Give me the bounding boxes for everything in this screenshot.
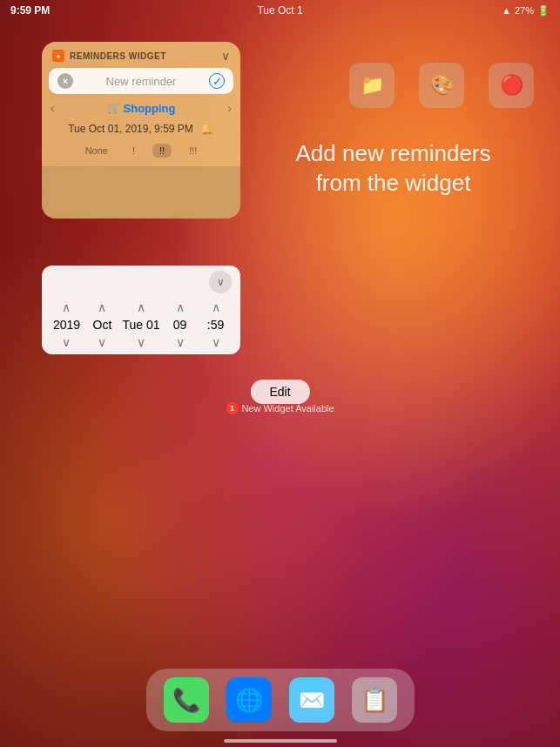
reminder-input[interactable]: New reminder bbox=[78, 75, 204, 88]
year-value: 2019 bbox=[51, 318, 82, 332]
cancel-icon: × bbox=[63, 76, 68, 86]
edit-button-container: Edit bbox=[250, 380, 309, 404]
notice-badge: 1 bbox=[226, 402, 238, 414]
dock-icon-mail[interactable]: ✉️ bbox=[289, 677, 334, 723]
alarm-icon[interactable]: 🔔 bbox=[200, 122, 214, 135]
checkmark-icon: ✓ bbox=[213, 75, 222, 88]
hour-picker-column: ∧ 09 ∨ bbox=[165, 299, 196, 351]
notice-text: New Widget Available bbox=[241, 403, 334, 414]
collapse-icon: ∨ bbox=[217, 276, 225, 288]
reminders-app-icon: ● bbox=[52, 50, 64, 62]
priority-high-button[interactable]: !!! bbox=[182, 144, 204, 158]
date-picker-panel: ∨ ∧ 2019 ∨ ∧ Oct ∨ ∧ Tue 01 ∨ ∧ 09 ∨ ∧ bbox=[42, 266, 240, 354]
status-time: 9:59 PM bbox=[10, 4, 50, 17]
main-content-area: Add new reminders from the widget bbox=[270, 139, 516, 199]
dock-icon-safari[interactable]: 🌐 bbox=[226, 677, 272, 723]
main-heading: Add new reminders from the widget bbox=[270, 139, 516, 199]
minute-decrement-button[interactable]: ∨ bbox=[205, 333, 227, 351]
month-picker-column: ∧ Oct ∨ bbox=[86, 299, 118, 351]
list-name-label: Shopping bbox=[124, 102, 176, 115]
list-flag-icon: 🛒 bbox=[107, 102, 120, 114]
year-increment-button[interactable]: ∧ bbox=[55, 299, 78, 316]
minute-picker-column: ∧ :59 ∨ bbox=[200, 299, 232, 351]
priority-low-button[interactable]: ! bbox=[125, 144, 142, 158]
home-indicator bbox=[224, 739, 337, 743]
dock: 📞 🌐 ✉️ 📋 bbox=[146, 669, 415, 731]
hour-increment-button[interactable]: ∧ bbox=[169, 299, 192, 316]
app-icons-row: 📁 🎨 🔴 bbox=[349, 63, 534, 108]
edit-button[interactable]: Edit bbox=[250, 380, 309, 404]
collapse-picker-button[interactable]: ∨ bbox=[209, 271, 232, 293]
reminders-widget: ● REMINDERS WIDGET ∨ × New reminder ✓ ‹ … bbox=[42, 42, 240, 219]
next-list-button[interactable]: › bbox=[227, 101, 232, 115]
list-navigation: ‹ 🛒 Shopping › bbox=[42, 99, 240, 117]
day-picker-column: ∧ Tue 01 ∨ bbox=[122, 299, 159, 351]
month-decrement-button[interactable]: ∨ bbox=[91, 333, 113, 351]
status-date: Tue Oct 1 bbox=[257, 4, 302, 17]
priority-medium-button[interactable]: !! bbox=[152, 144, 172, 158]
cancel-button[interactable]: × bbox=[57, 73, 73, 89]
battery-text: 27% bbox=[515, 5, 534, 16]
widget-header: ● REMINDERS WIDGET ∨ bbox=[42, 42, 240, 68]
app-icon-2[interactable]: 🎨 bbox=[419, 63, 464, 108]
datetime-text: Tue Oct 01, 2019, 9:59 PM bbox=[68, 123, 193, 135]
confirm-button[interactable]: ✓ bbox=[209, 73, 225, 89]
new-reminder-bar: × New reminder ✓ bbox=[49, 68, 233, 94]
minute-increment-button[interactable]: ∧ bbox=[205, 299, 227, 316]
new-widget-notice: 1 New Widget Available bbox=[226, 402, 334, 414]
priority-row: None ! !! !!! bbox=[42, 140, 240, 166]
widget-header-left: ● REMINDERS WIDGET bbox=[52, 50, 166, 62]
app-icon-1[interactable]: 📁 bbox=[349, 63, 395, 108]
dock-icon-phone[interactable]: 📞 bbox=[164, 677, 209, 723]
month-increment-button[interactable]: ∧ bbox=[91, 299, 113, 316]
wifi-icon: ▲ bbox=[502, 5, 511, 16]
hour-decrement-button[interactable]: ∨ bbox=[169, 333, 192, 351]
day-increment-button[interactable]: ∧ bbox=[130, 299, 152, 316]
current-list: 🛒 Shopping bbox=[107, 102, 176, 115]
year-picker-column: ∧ 2019 ∨ bbox=[51, 299, 82, 351]
year-decrement-button[interactable]: ∨ bbox=[55, 333, 78, 351]
hour-value: 09 bbox=[165, 318, 196, 332]
picker-collapse-area: ∨ bbox=[42, 266, 240, 295]
widget-title: REMINDERS WIDGET bbox=[70, 51, 166, 61]
widget-body-content bbox=[42, 166, 240, 219]
status-bar: 9:59 PM Tue Oct 1 ▲ 27% 🔋 bbox=[0, 0, 560, 21]
widget-options-icon[interactable]: ∨ bbox=[221, 49, 230, 63]
app-icon-3[interactable]: 🔴 bbox=[489, 63, 534, 108]
day-value: Tue 01 bbox=[122, 318, 159, 332]
status-right: ▲ 27% 🔋 bbox=[502, 5, 550, 17]
day-decrement-button[interactable]: ∨ bbox=[130, 333, 152, 351]
prev-list-button[interactable]: ‹ bbox=[51, 101, 55, 115]
datetime-row: Tue Oct 01, 2019, 9:59 PM 🔔 bbox=[42, 117, 240, 140]
dock-icon-notes[interactable]: 📋 bbox=[352, 677, 397, 723]
minute-value: :59 bbox=[200, 318, 232, 332]
priority-none-button[interactable]: None bbox=[78, 144, 115, 158]
picker-columns: ∧ 2019 ∨ ∧ Oct ∨ ∧ Tue 01 ∨ ∧ 09 ∨ ∧ :59… bbox=[42, 295, 240, 354]
battery-icon: 🔋 bbox=[537, 5, 550, 17]
month-value: Oct bbox=[86, 318, 118, 332]
